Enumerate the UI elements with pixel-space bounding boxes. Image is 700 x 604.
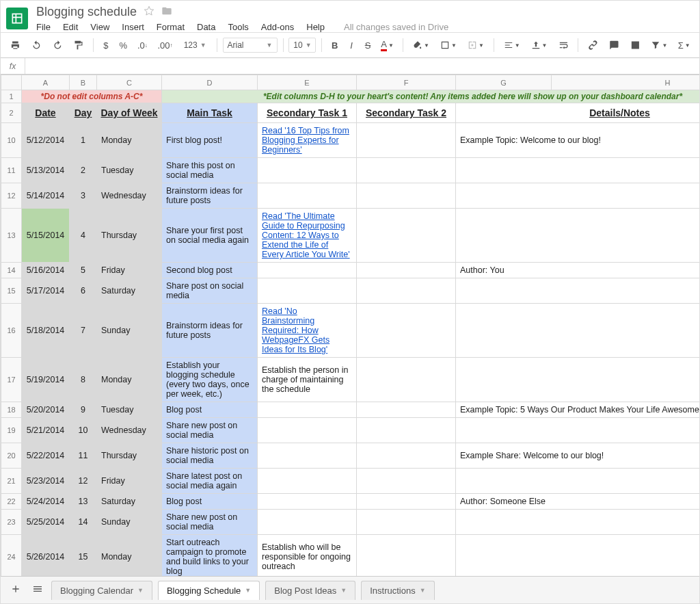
cell-main-task[interactable]: Second blog post: [162, 263, 258, 278]
col-head-f[interactable]: F: [357, 75, 456, 90]
cell-day[interactable]: 15: [70, 535, 97, 577]
cell-dow[interactable]: Sunday: [97, 510, 162, 535]
cell-date[interactable]: 5/14/2014: [22, 183, 70, 209]
cell-main-task[interactable]: Blog post: [162, 402, 258, 418]
text-color-icon[interactable]: A▼: [377, 37, 397, 53]
cell-main-task[interactable]: Share your first post on social media ag…: [162, 209, 258, 263]
header-sec2[interactable]: Secondary Task 2: [357, 103, 456, 123]
percent-icon[interactable]: %: [116, 37, 131, 53]
cell-main-task[interactable]: Share this post on social media: [162, 158, 258, 183]
cell-secondary-2[interactable]: [357, 304, 456, 358]
cell-day[interactable]: 11: [70, 443, 97, 469]
sheet-tab-ideas[interactable]: Blog Post Ideas▼: [265, 581, 355, 600]
cell-day[interactable]: 2: [70, 158, 97, 183]
menu-help[interactable]: Help: [306, 22, 325, 32]
cell-secondary-2[interactable]: [357, 123, 456, 158]
banner-red[interactable]: *Do not edit columns A-C*: [22, 90, 162, 103]
horizontal-align-icon[interactable]: ▼: [500, 37, 524, 53]
cell-secondary-2[interactable]: [357, 535, 456, 577]
functions-icon[interactable]: Σ▼: [674, 37, 694, 53]
cell-dow[interactable]: Monday: [97, 358, 162, 402]
col-head-c[interactable]: C: [97, 75, 162, 90]
cell-secondary-1[interactable]: [258, 278, 357, 304]
cell-day[interactable]: 4: [70, 209, 97, 263]
cell-day[interactable]: 6: [70, 278, 97, 304]
italic-icon[interactable]: I: [345, 37, 358, 53]
row-head[interactable]: 10: [1, 123, 22, 158]
cell-details[interactable]: [456, 510, 700, 535]
row-head[interactable]: 19: [1, 418, 22, 443]
cell-dow[interactable]: Thursday: [97, 443, 162, 469]
cell-secondary-1[interactable]: [258, 418, 357, 443]
text-wrap-icon[interactable]: [554, 37, 573, 53]
row-head[interactable]: 18: [1, 402, 22, 418]
cell-secondary-2[interactable]: [357, 158, 456, 183]
cell-secondary-2[interactable]: [357, 443, 456, 469]
menu-data[interactable]: Data: [197, 22, 215, 32]
cell-main-task[interactable]: Blog post: [162, 494, 258, 510]
cell-date[interactable]: 5/22/2014: [22, 443, 70, 469]
cell-secondary-1[interactable]: Read 'No Brainstorming Required: How Web…: [258, 304, 357, 358]
filter-icon[interactable]: ▼: [647, 37, 671, 53]
header-sec1[interactable]: Secondary Task 1: [258, 103, 357, 123]
cell-secondary-2[interactable]: [357, 183, 456, 209]
cell-day[interactable]: 9: [70, 402, 97, 418]
sheet-tab-instructions[interactable]: Instructions▼: [361, 581, 434, 600]
sheets-logo-icon[interactable]: [6, 8, 28, 29]
cell-date[interactable]: 5/23/2014: [22, 469, 70, 494]
row-head[interactable]: 12: [1, 183, 22, 209]
col-head-d[interactable]: D: [162, 75, 258, 90]
cell-secondary-1[interactable]: [258, 494, 357, 510]
more-formats-dropdown[interactable]: 123▼: [179, 38, 211, 53]
row-head[interactable]: 15: [1, 278, 22, 304]
cell-main-task[interactable]: Share historic post on social media: [162, 443, 258, 469]
decrease-decimal-icon[interactable]: .0↓: [134, 37, 152, 53]
cell-secondary-1[interactable]: [258, 263, 357, 278]
cell-details[interactable]: [456, 304, 700, 358]
cell-details[interactable]: Example Share: Welcome to our blog!: [456, 443, 700, 469]
cell-dow[interactable]: Tuesday: [97, 158, 162, 183]
col-head-g[interactable]: G: [456, 75, 552, 90]
header-day[interactable]: Day: [70, 103, 97, 123]
menu-addons[interactable]: Add-ons: [261, 22, 294, 32]
cell-secondary-1[interactable]: Read 'The Ultimate Guide to Repurposing …: [258, 209, 357, 263]
cell-secondary-2[interactable]: [357, 263, 456, 278]
cell-secondary-2[interactable]: [357, 209, 456, 263]
col-head-e[interactable]: E: [258, 75, 357, 90]
cell-main-task[interactable]: Share post on social media: [162, 278, 258, 304]
insert-comment-icon[interactable]: [605, 37, 623, 53]
cell-day[interactable]: 8: [70, 358, 97, 402]
col-head-h[interactable]: H: [552, 75, 700, 90]
cell-day[interactable]: 10: [70, 418, 97, 443]
row-head[interactable]: 21: [1, 469, 22, 494]
cell-main-task[interactable]: Share new post on social media: [162, 510, 258, 535]
cell-day[interactable]: 14: [70, 510, 97, 535]
banner-green[interactable]: *Edit columns D-H to your heart's conten…: [162, 90, 700, 103]
insert-link-icon[interactable]: [584, 37, 602, 53]
row-head[interactable]: 22: [1, 494, 22, 510]
cell-secondary-1[interactable]: [258, 402, 357, 418]
cell-day[interactable]: 3: [70, 183, 97, 209]
cell-main-task[interactable]: Start outreach campaign to promote and b…: [162, 535, 258, 577]
font-family-dropdown[interactable]: Arial▼: [223, 38, 278, 53]
cell-secondary-1[interactable]: Read '16 Top Tips from Blogging Experts …: [258, 123, 357, 158]
cell-details[interactable]: Author: You: [456, 263, 700, 278]
document-title[interactable]: Blogging schedule: [36, 5, 137, 19]
cell-dow[interactable]: Saturday: [97, 278, 162, 304]
cell-dow[interactable]: Friday: [97, 263, 162, 278]
menu-tools[interactable]: Tools: [228, 22, 248, 32]
row-head[interactable]: 23: [1, 510, 22, 535]
cell-day[interactable]: 12: [70, 469, 97, 494]
cell-date[interactable]: 5/18/2014: [22, 304, 70, 358]
sheet-tab-schedule[interactable]: Blogging Schedule▼: [158, 581, 260, 600]
merge-cells-icon[interactable]: ▼: [463, 37, 488, 53]
header-dow[interactable]: Day of Week: [97, 103, 162, 123]
cell-details[interactable]: [456, 183, 700, 209]
menu-insert[interactable]: Insert: [122, 22, 144, 32]
cell-details[interactable]: [456, 535, 700, 577]
row-head[interactable]: 20: [1, 443, 22, 469]
redo-icon[interactable]: [49, 37, 67, 53]
undo-icon[interactable]: [27, 37, 46, 53]
spreadsheet-grid[interactable]: A B C D E F G H 1 *Do not edit columns A…: [1, 75, 699, 576]
row-head[interactable]: 1: [1, 90, 22, 103]
